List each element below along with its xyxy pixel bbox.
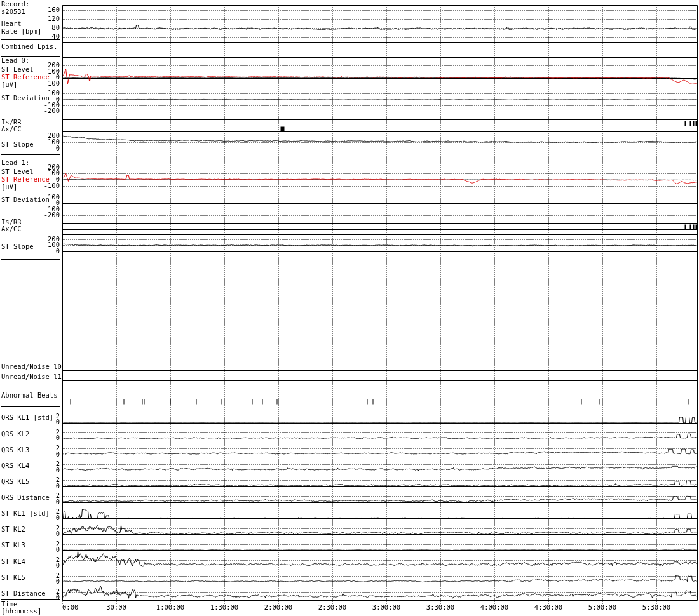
sidebar-divider bbox=[1, 154, 60, 155]
x-tick-label: 4:30:00 bbox=[523, 604, 574, 611]
sidebar-divider bbox=[1, 259, 60, 260]
y-tick-label: 0 bbox=[19, 483, 60, 490]
x-tick-label: 2:00:00 bbox=[253, 604, 304, 611]
y-tick-label: 80 bbox=[19, 24, 60, 31]
time-axis-label-2: [hh:mm:ss] bbox=[1, 608, 41, 615]
y-tick-label: 0 bbox=[19, 578, 60, 585]
x-tick-label: 1:30:00 bbox=[199, 604, 250, 611]
y-tick-label: 160 bbox=[19, 6, 60, 13]
y-tick-label: 0 bbox=[19, 248, 60, 255]
y-tick-label: 0 bbox=[19, 562, 60, 569]
x-tick-label: 3:00:00 bbox=[361, 604, 412, 611]
y-tick-label: 0 bbox=[19, 499, 60, 506]
y-tick-label: -100 bbox=[19, 80, 60, 87]
abnormal-beats-label: Abnormal Beats bbox=[1, 392, 58, 399]
x-tick-label: 2:30:00 bbox=[307, 604, 358, 611]
x-tick-label: 4:00:00 bbox=[469, 604, 520, 611]
y-tick-label: 0 bbox=[19, 594, 60, 601]
y-tick-label: 0 bbox=[19, 467, 60, 474]
trend-plot-canvas[interactable] bbox=[0, 0, 699, 616]
y-tick-label: 0 bbox=[19, 546, 60, 553]
heart-rate-label-1: Heart bbox=[1, 20, 22, 27]
lead1-unit-label: [uV] bbox=[1, 184, 17, 191]
x-tick-label: 5:30:00 bbox=[631, 604, 682, 611]
x-tick-label: 0:00 bbox=[62, 604, 78, 611]
y-tick-label: -100 bbox=[19, 182, 60, 189]
y-tick-label: 0 bbox=[19, 451, 60, 458]
y-tick-label: 0 bbox=[19, 514, 60, 521]
sidebar-divider bbox=[1, 406, 60, 407]
y-tick-label: -200 bbox=[19, 107, 60, 114]
y-tick-label: 40 bbox=[19, 33, 60, 40]
lead1-axcc-label: Ax/CC bbox=[1, 225, 22, 232]
x-tick-label: 1:00:00 bbox=[145, 604, 196, 611]
y-tick-label: -200 bbox=[19, 211, 60, 218]
unread-noise-l1-label: Unread/Noise l1 bbox=[1, 373, 62, 380]
y-tick-label: 0 bbox=[19, 434, 60, 441]
combined-epis-label: Combined Epis. bbox=[1, 43, 58, 50]
x-tick-label: 3:30:00 bbox=[415, 604, 466, 611]
unread-noise-l0-label: Unread/Noise l0 bbox=[1, 363, 62, 370]
x-tick-label: 30:00 bbox=[91, 604, 142, 611]
y-tick-label: 0 bbox=[19, 530, 60, 537]
y-tick-label: 0 bbox=[19, 145, 60, 152]
y-tick-label: 120 bbox=[19, 15, 60, 22]
x-tick-label: 5:00:00 bbox=[577, 604, 628, 611]
lead0-axcc-label: Ax/CC bbox=[1, 126, 22, 133]
y-tick-label: 0 bbox=[19, 418, 60, 425]
lead0-unit-label: [uV] bbox=[1, 81, 17, 88]
trend-viewer-window: Record: s20531 Heart Rate [bpm] Combined… bbox=[0, 0, 699, 616]
